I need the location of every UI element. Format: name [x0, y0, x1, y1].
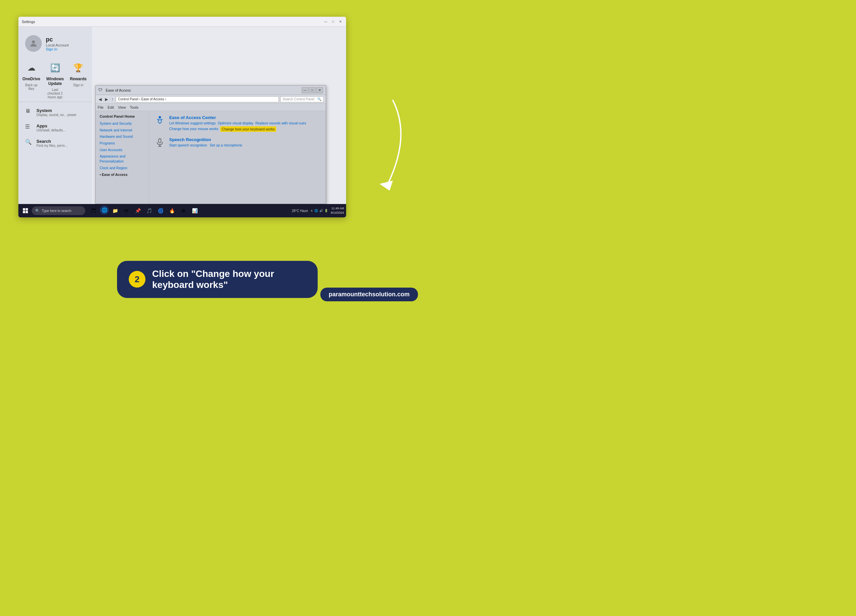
- cp-leftnav-title[interactable]: Control Panel Home: [100, 114, 145, 119]
- taskbar-right: 28°C Haze ∧ 🌐 🔊 🔋 11:49 AM 9/14/2024: [292, 206, 344, 215]
- settings-titlebar: Settings — □ ✕: [18, 17, 346, 27]
- rewards-label: Rewards: [70, 77, 86, 81]
- ease-access-icon: [154, 115, 165, 126]
- profile-name: pc: [46, 36, 85, 43]
- cp-minimize-button[interactable]: —: [302, 87, 308, 93]
- onedrive-desc: Back up files: [22, 83, 40, 91]
- windows-update-icon: 🔄: [48, 61, 62, 75]
- cp-menubar: File Edit View Tools: [95, 104, 326, 111]
- ease-access-center-title[interactable]: Ease of Access Center: [169, 115, 320, 120]
- svg-rect-2: [26, 208, 28, 211]
- cp-nav-clock[interactable]: Clock and Region: [100, 166, 145, 171]
- clock: 11:49 AM 9/14/2024: [331, 206, 344, 215]
- cp-titlebar: 🛡 Ease of Access — □ ✕: [95, 86, 326, 95]
- minimize-button[interactable]: —: [323, 19, 328, 24]
- taskbar-app-fire[interactable]: 🔥: [167, 206, 177, 216]
- taskbar-app-settings[interactable]: ⚙: [178, 206, 188, 216]
- maximize-button[interactable]: □: [331, 19, 336, 24]
- profile-info: pc Local Account Sign In: [46, 36, 85, 51]
- cp-menu-tools[interactable]: Tools: [130, 105, 139, 109]
- taskbar-search-text: Type here to search: [42, 209, 71, 213]
- cp-close-button[interactable]: ✕: [316, 87, 323, 93]
- cp-address-box[interactable]: Control Panel › Ease of Access ›: [116, 96, 279, 102]
- windows-update-desc: Last checked 2 hours ago: [46, 88, 64, 99]
- taskbar-app-files[interactable]: 🗔: [89, 206, 99, 216]
- sidebar-item-system[interactable]: 🖥 System Display, sound, no... power: [18, 105, 92, 120]
- cp-addressbar: ◀ ▶ ↑ Control Panel › Ease of Access › S…: [95, 95, 326, 104]
- rewards-icon: 🏆: [72, 61, 85, 75]
- cp-nav-network[interactable]: Network and Internet: [100, 128, 145, 133]
- taskbar-app-folder[interactable]: 📁: [110, 206, 120, 216]
- onedrive-icon-item[interactable]: ☁ OneDrive Back up files: [22, 61, 40, 99]
- cp-path: Control Panel › Ease of Access ›: [118, 97, 166, 101]
- cp-back-button[interactable]: ◀: [98, 97, 103, 102]
- cp-titlebar-controls: — □ ✕: [302, 87, 323, 93]
- instruction-text: Click on "Change how your keyboard works…: [152, 268, 306, 291]
- cp-menu-edit[interactable]: Edit: [108, 105, 114, 109]
- branding-text: paramounttechsolution.com: [329, 291, 410, 298]
- taskbar-app-mail[interactable]: ✉: [122, 206, 131, 216]
- search-desc: Find my files, perm...: [37, 144, 85, 148]
- cp-search-box[interactable]: Search Control Panel 🔍: [280, 96, 324, 102]
- sidebar-item-search[interactable]: 🔍 Search Find my files, perm...: [18, 136, 92, 151]
- instruction-box: 2 Click on "Change how your keyboard wor…: [117, 261, 318, 298]
- let-windows-suggest[interactable]: Let Windows suggest settings: [169, 121, 216, 125]
- settings-title: Settings: [22, 20, 35, 24]
- cp-main: Ease of Access Center Let Windows sugges…: [149, 111, 326, 203]
- taskbar-app-chart[interactable]: 📊: [189, 206, 200, 216]
- profile-signin[interactable]: Sign In: [46, 47, 85, 51]
- systray: ∧ 🌐 🔊 🔋: [311, 209, 328, 213]
- change-keyboard-link[interactable]: Change how your keyboard works: [220, 126, 276, 132]
- cp-menu-view[interactable]: View: [118, 105, 126, 109]
- replace-sounds[interactable]: Replace sounds with visual cues: [256, 121, 306, 125]
- settings-window: Settings — □ ✕: [18, 17, 346, 217]
- speech-recognition-content: Speech Recognition Start speech recognit…: [169, 137, 320, 148]
- settings-sidebar: pc Local Account Sign In ☁ OneDrive Back…: [18, 27, 92, 217]
- svg-marker-9: [380, 180, 393, 191]
- cp-maximize-button[interactable]: □: [309, 87, 316, 93]
- ease-access-content: Ease of Access Center Let Windows sugges…: [169, 115, 320, 132]
- onedrive-icon: ☁: [25, 61, 38, 75]
- cp-nav-appearance[interactable]: Appearance and Personalization: [100, 154, 145, 163]
- taskbar-app-edge[interactable]: 🌐: [100, 206, 109, 214]
- cp-nav-user-accounts[interactable]: User Accounts: [100, 148, 145, 152]
- system-icon: 🖥: [25, 108, 32, 116]
- apps-label: Apps: [37, 123, 85, 128]
- speech-recognition-icon: [154, 137, 165, 148]
- optimize-visual[interactable]: Optimize visual display: [218, 121, 254, 125]
- arrow-container: [343, 94, 410, 194]
- cp-nav-ease-access[interactable]: Ease of Access: [100, 172, 145, 177]
- windows-update-label: Windows Update: [46, 77, 64, 86]
- speech-recognition-section: Speech Recognition Start speech recognit…: [154, 137, 320, 148]
- svg-rect-3: [23, 211, 25, 213]
- svg-point-0: [32, 40, 35, 43]
- speech-recognition-title[interactable]: Speech Recognition: [169, 137, 320, 142]
- taskbar-app-music[interactable]: 🎵: [144, 206, 154, 216]
- start-button[interactable]: [20, 206, 31, 216]
- taskbar-app-browser2[interactable]: 🌀: [155, 206, 166, 216]
- svg-rect-6: [159, 139, 161, 143]
- rewards-desc: Sign in: [73, 83, 83, 87]
- sidebar-item-apps[interactable]: ☰ Apps Uninstall, defaults...: [18, 120, 92, 136]
- cp-menu-file[interactable]: File: [98, 105, 104, 109]
- change-mouse[interactable]: Change how your mouse works: [169, 127, 219, 131]
- cp-content: Control Panel Home System and Security N…: [95, 111, 326, 203]
- cp-up-button[interactable]: ↑: [110, 97, 114, 102]
- taskbar: 🔍 Type here to search 🗔 🌐 📁 ✉ 📌 🎵 🌀 🔥 ⚙ …: [18, 204, 346, 217]
- cp-search-placeholder: Search Control Panel: [283, 97, 314, 101]
- cp-nav-hardware[interactable]: Hardware and Sound: [100, 134, 145, 139]
- cp-nav-programs[interactable]: Programs: [100, 141, 145, 146]
- system-desc: Display, sound, no... power: [37, 113, 85, 117]
- cp-nav-system-security[interactable]: System and Security: [100, 121, 145, 126]
- setup-microphone[interactable]: Set up a microphone: [209, 143, 242, 147]
- taskbar-search[interactable]: 🔍 Type here to search: [32, 206, 85, 215]
- close-button[interactable]: ✕: [338, 19, 343, 24]
- taskbar-app-pin[interactable]: 📌: [133, 206, 143, 216]
- profile-area: pc Local Account Sign In: [18, 32, 92, 59]
- cp-window-icon: 🛡: [98, 88, 104, 93]
- windows-update-icon-item[interactable]: 🔄 Windows Update Last checked 2 hours ag…: [46, 61, 64, 99]
- start-speech[interactable]: Start speech recognition: [169, 143, 207, 147]
- rewards-icon-item[interactable]: 🏆 Rewards Sign in: [70, 61, 86, 99]
- cp-forward-button[interactable]: ▶: [104, 97, 109, 102]
- search-label: Search: [37, 139, 85, 144]
